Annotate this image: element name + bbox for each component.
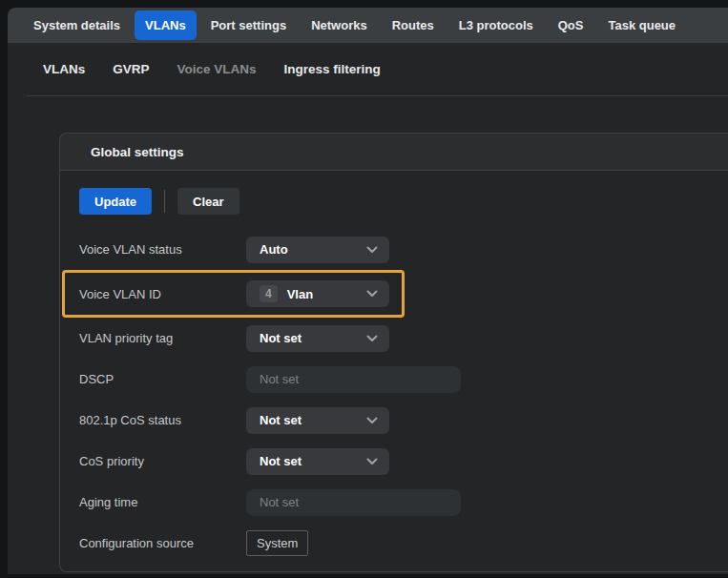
app-window: System details VLANs Port settings Netwo… bbox=[8, 8, 728, 574]
subnav-item-ingress-filtering[interactable]: Ingress filtering bbox=[284, 62, 381, 76]
chevron-down-icon bbox=[366, 458, 378, 465]
field-label: CoS priority bbox=[79, 454, 246, 468]
panel-header: Global settings bbox=[59, 133, 728, 171]
subnav-item-vlans[interactable]: VLANs bbox=[43, 62, 85, 76]
tab-vlans[interactable]: VLANs bbox=[135, 10, 197, 40]
field-label: 802.1p CoS status bbox=[79, 413, 246, 427]
field-label: Voice VLAN status bbox=[79, 242, 246, 257]
form-row-voice-vlan-status: Voice VLAN status Auto bbox=[60, 229, 728, 270]
subnav-item-voice-vlans[interactable]: Voice VLANs bbox=[177, 62, 257, 76]
form-row-cos-priority: CoS priority Not set bbox=[60, 441, 728, 482]
form-row-aging-time: Aging time bbox=[60, 482, 728, 523]
panel-title: Global settings bbox=[91, 145, 184, 159]
select-value: Not set bbox=[260, 413, 366, 427]
actions-row: Update Clear bbox=[79, 188, 728, 215]
actions-divider bbox=[164, 190, 165, 213]
global-settings-panel: Global settings Update Clear Voice VLAN … bbox=[59, 133, 728, 572]
voice-vlan-id-select[interactable]: 4 Vlan bbox=[246, 280, 389, 307]
tab-networks[interactable]: Networks bbox=[301, 10, 378, 40]
tab-task-queue[interactable]: Task queue bbox=[597, 10, 686, 40]
form-row-cos-status: 802.1p CoS status Not set bbox=[60, 400, 728, 441]
dscp-input[interactable] bbox=[246, 366, 461, 393]
form-row-voice-vlan-id: Voice VLAN ID 4 Vlan bbox=[62, 270, 405, 318]
vlan-priority-tag-select[interactable]: Not set bbox=[246, 325, 389, 352]
cos-priority-select[interactable]: Not set bbox=[246, 448, 389, 475]
field-label: Configuration source bbox=[79, 536, 246, 550]
field-label: Aging time bbox=[79, 495, 246, 509]
select-value: Not set bbox=[260, 454, 366, 468]
form-row-dscp: DSCP bbox=[60, 359, 728, 400]
top-nav: System details VLANs Port settings Netwo… bbox=[8, 8, 728, 43]
cos-status-select[interactable]: Not set bbox=[246, 407, 389, 434]
select-value: Not set bbox=[260, 331, 366, 345]
tab-port-settings[interactable]: Port settings bbox=[200, 10, 297, 40]
select-value: Vlan bbox=[287, 287, 366, 301]
field-label: Voice VLAN ID bbox=[79, 287, 246, 301]
clear-button[interactable]: Clear bbox=[177, 188, 239, 215]
panel-body: Update Clear Voice VLAN status Auto Voic… bbox=[59, 171, 728, 572]
voice-vlan-status-select[interactable]: Auto bbox=[246, 237, 389, 263]
aging-time-input[interactable] bbox=[246, 489, 461, 516]
form-row-vlan-priority-tag: VLAN priority tag Not set bbox=[60, 318, 728, 359]
select-value: Auto bbox=[260, 242, 366, 257]
field-label: VLAN priority tag bbox=[79, 331, 246, 345]
update-button[interactable]: Update bbox=[79, 188, 152, 215]
sub-nav: VLANs GVRP Voice VLANs Ingress filtering bbox=[8, 43, 728, 95]
tab-routes[interactable]: Routes bbox=[382, 10, 445, 40]
subnav-divider bbox=[27, 95, 728, 96]
field-label: DSCP bbox=[79, 372, 246, 386]
configuration-source-badge: System bbox=[246, 530, 308, 556]
tab-qos[interactable]: QoS bbox=[548, 10, 594, 40]
chevron-down-icon bbox=[366, 290, 378, 298]
chevron-down-icon bbox=[366, 335, 378, 342]
chevron-down-icon bbox=[366, 246, 378, 254]
chevron-down-icon bbox=[366, 417, 378, 424]
tab-l3-protocols[interactable]: L3 protocols bbox=[448, 10, 544, 40]
vlan-id-chip: 4 bbox=[260, 285, 278, 302]
tab-system-details[interactable]: System details bbox=[23, 10, 131, 40]
subnav-item-gvrp[interactable]: GVRP bbox=[113, 62, 149, 76]
form-row-configuration-source: Configuration source System bbox=[60, 523, 728, 564]
